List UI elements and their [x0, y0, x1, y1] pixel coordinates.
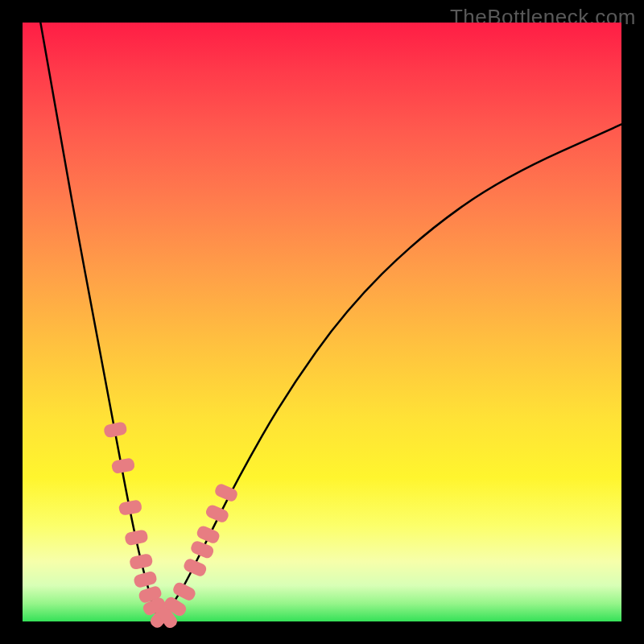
plot-area — [23, 23, 621, 621]
marker-point — [129, 553, 154, 571]
marker-point — [111, 457, 136, 474]
bottleneck-curve — [40, 23, 621, 621]
chart-frame: TheBottleneck.com — [0, 0, 644, 644]
curve-right-arm — [160, 124, 621, 621]
marker-group — [103, 421, 239, 630]
marker-point — [103, 421, 128, 439]
marker-point — [182, 557, 208, 578]
marker-point — [133, 570, 158, 588]
chart-svg — [23, 23, 621, 621]
marker-point — [118, 499, 142, 516]
marker-point — [124, 529, 149, 546]
